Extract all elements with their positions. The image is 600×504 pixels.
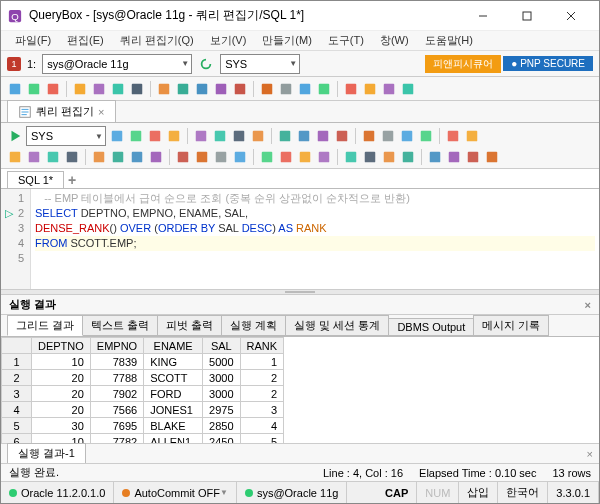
menu-item[interactable]: 도움말(H) (419, 31, 479, 50)
menu-item[interactable]: 창(W) (374, 31, 415, 50)
toolbar-icon[interactable] (232, 81, 248, 97)
editor-toolbar-icon[interactable] (193, 128, 209, 144)
refresh-icon[interactable] (198, 56, 214, 72)
editor-toolbar-icon[interactable] (399, 128, 415, 144)
toolbar-icon[interactable] (91, 81, 107, 97)
menu-item[interactable]: 만들기(M) (256, 31, 318, 50)
toolbar-icon[interactable] (297, 81, 313, 97)
editor-toolbar-icon[interactable] (297, 149, 313, 165)
editor-toolbar-icon[interactable] (175, 149, 191, 165)
tab-sql[interactable]: SQL 1* (7, 171, 64, 188)
table-row[interactable]: 4207566JONES129753 (2, 402, 284, 418)
table-row[interactable]: 6107782ALLEN124505 (2, 434, 284, 444)
editor-toolbar-icon[interactable] (232, 149, 248, 165)
editor-toolbar-icon[interactable] (278, 149, 294, 165)
toolbar-icon[interactable] (72, 81, 88, 97)
editor-toolbar-icon[interactable] (147, 128, 163, 144)
code-editor[interactable]: 1▷2345 -- EMP 테이블에서 급여 순으로 조회 (중복 순위 상관없… (1, 189, 599, 289)
maximize-button[interactable] (505, 2, 549, 30)
close-button[interactable] (549, 2, 593, 30)
editor-toolbar-icon[interactable] (445, 128, 461, 144)
toolbar-icon[interactable] (362, 81, 378, 97)
table-row[interactable]: 1107839KING50001 (2, 354, 284, 370)
autocommit-toggle[interactable]: AutoCommit OFF ▼ (114, 482, 237, 503)
result-tab[interactable]: 메시지 기록 (473, 315, 549, 336)
editor-toolbar-icon[interactable] (109, 128, 125, 144)
col-header[interactable]: SAL (203, 338, 240, 354)
col-header[interactable]: ENAME (144, 338, 203, 354)
editor-toolbar-icon[interactable] (7, 149, 23, 165)
editor-toolbar-icon[interactable] (64, 149, 80, 165)
editor-toolbar-icon[interactable] (194, 149, 210, 165)
editor-toolbar-icon[interactable] (212, 128, 228, 144)
editor-toolbar-icon[interactable] (446, 149, 462, 165)
editor-toolbar-icon[interactable] (315, 128, 331, 144)
result-close-icon[interactable]: × (585, 299, 591, 311)
toolbar-icon[interactable] (259, 81, 275, 97)
toolbar-icon[interactable] (213, 81, 229, 97)
editor-toolbar-icon[interactable] (334, 128, 350, 144)
toolbar-icon[interactable] (278, 81, 294, 97)
toolbar-icon[interactable] (343, 81, 359, 97)
table-row[interactable]: 3207902FORD30002 (2, 386, 284, 402)
menu-item[interactable]: 편집(E) (61, 31, 110, 50)
editor-toolbar-icon[interactable] (400, 149, 416, 165)
col-header[interactable]: DEPTNO (32, 338, 91, 354)
result-tab[interactable]: 피벗 출력 (157, 315, 222, 336)
editor-toolbar-icon[interactable] (259, 149, 275, 165)
menu-item[interactable]: 파일(F) (9, 31, 57, 50)
result-tab[interactable]: 실행 및 세션 통계 (285, 315, 389, 336)
editor-toolbar-icon[interactable] (148, 149, 164, 165)
editor-toolbar-icon[interactable] (45, 149, 61, 165)
toolbar-icon[interactable] (7, 81, 23, 97)
table-row[interactable]: 5307695BLAKE28504 (2, 418, 284, 434)
editor-toolbar-icon[interactable] (231, 128, 247, 144)
col-header[interactable]: RANK (240, 338, 284, 354)
result-set-tab[interactable]: 실행 결과-1 (7, 443, 86, 464)
editor-toolbar-icon[interactable] (166, 128, 182, 144)
menu-item[interactable]: 도구(T) (322, 31, 370, 50)
session-combo[interactable]: sys@Oracle 11g▼ (42, 54, 192, 74)
tab-close-icon[interactable]: × (98, 106, 104, 118)
result-grid[interactable]: DEPTNOEMPNOENAMESALRANK 1107839KING50001… (1, 337, 284, 443)
editor-toolbar-icon[interactable] (484, 149, 500, 165)
minimize-button[interactable] (461, 2, 505, 30)
table-row[interactable]: 2207788SCOTT30002 (2, 370, 284, 386)
editor-toolbar-icon[interactable] (464, 128, 480, 144)
editor-toolbar-icon[interactable] (91, 149, 107, 165)
toolbar-icon[interactable] (45, 81, 61, 97)
editor-toolbar-icon[interactable] (129, 149, 145, 165)
toolbar-icon[interactable] (110, 81, 126, 97)
result-tab[interactable]: 그리드 결과 (7, 315, 83, 336)
editor-toolbar-icon[interactable] (361, 128, 377, 144)
result-tab[interactable]: DBMS Output (388, 318, 474, 336)
editor-toolbar-icon[interactable] (250, 128, 266, 144)
add-tab-button[interactable]: + (68, 172, 76, 188)
editor-toolbar-icon[interactable] (316, 149, 332, 165)
editor-toolbar-icon[interactable] (110, 149, 126, 165)
result-tab[interactable]: 텍스트 출력 (82, 315, 158, 336)
schema-combo[interactable]: SYS▼ (220, 54, 300, 74)
close-result-icon[interactable]: × (587, 448, 593, 460)
editor-toolbar-icon[interactable] (343, 149, 359, 165)
menu-item[interactable]: 쿼리 편집기(Q) (114, 31, 200, 50)
editor-toolbar-icon[interactable] (362, 149, 378, 165)
toolbar-icon[interactable] (400, 81, 416, 97)
result-tab[interactable]: 실행 계획 (221, 315, 286, 336)
editor-toolbar-icon[interactable] (26, 149, 42, 165)
tab-query-editor[interactable]: 쿼리 편집기 × (7, 100, 116, 122)
editor-toolbar-icon[interactable] (465, 149, 481, 165)
toolbar-icon[interactable] (194, 81, 210, 97)
editor-toolbar-icon[interactable] (380, 128, 396, 144)
editor-toolbar-icon[interactable] (213, 149, 229, 165)
toolbar-icon[interactable] (26, 81, 42, 97)
editor-schema-combo[interactable]: SYS▼ (26, 126, 106, 146)
editor-toolbar-icon[interactable] (427, 149, 443, 165)
editor-toolbar-icon[interactable] (277, 128, 293, 144)
toolbar-icon[interactable] (156, 81, 172, 97)
col-header[interactable]: EMPNO (90, 338, 143, 354)
editor-toolbar-icon[interactable] (381, 149, 397, 165)
toolbar-icon[interactable] (381, 81, 397, 97)
toolbar-icon[interactable] (129, 81, 145, 97)
run-icon[interactable] (7, 128, 23, 144)
